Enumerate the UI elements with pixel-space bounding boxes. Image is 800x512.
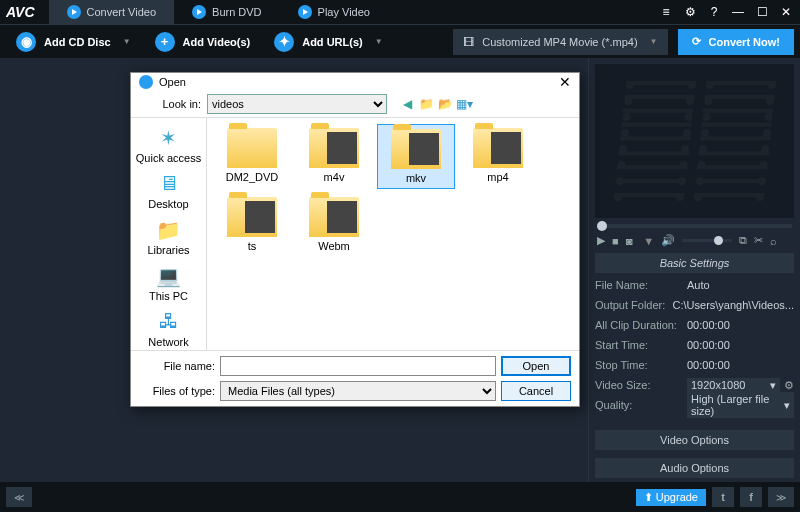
place-item[interactable]: 🖥Desktop [131, 170, 206, 212]
look-in-select[interactable]: videos [207, 94, 387, 114]
setting-label: Quality: [595, 399, 683, 411]
folder-item[interactable]: DM2_DVD [213, 124, 291, 189]
folder-item[interactable]: mp4 [459, 124, 537, 189]
setting-label: Output Folder: [595, 299, 669, 311]
facebook-icon[interactable]: f [740, 487, 762, 507]
audio-options-button[interactable]: Audio Options [595, 458, 794, 478]
folder-label: mp4 [487, 171, 508, 183]
open-button[interactable]: Open [501, 356, 571, 376]
output-profile-select[interactable]: 🎞Customized MP4 Movie (*.mp4)▼ [453, 29, 667, 55]
minimize-button[interactable]: — [730, 5, 746, 19]
folder-label: m4v [324, 171, 345, 183]
up-folder-icon[interactable]: 📁 [418, 96, 434, 112]
profile-label: Customized MP4 Movie (*.mp4) [482, 36, 637, 48]
app-icon [139, 75, 153, 89]
folder-icon [473, 128, 523, 168]
basic-settings: File Name:AutoOutput Folder:C:\Users\yan… [589, 273, 800, 417]
new-folder-icon[interactable]: 📂 [437, 96, 453, 112]
tab-label: Play Video [318, 6, 370, 18]
close-button[interactable]: ✕ [778, 5, 794, 19]
video-options-button[interactable]: Video Options [595, 430, 794, 450]
link-icon[interactable]: ⧉ [739, 234, 747, 247]
maximize-button[interactable]: ☐ [754, 5, 770, 19]
play-icon [298, 5, 312, 19]
title-bar: AVC Convert Video Burn DVD Play Video ≡ … [0, 0, 800, 24]
place-label: Libraries [147, 244, 189, 256]
app-logo: AVC [6, 4, 35, 20]
twitter-icon[interactable]: t [712, 487, 734, 507]
play-button[interactable]: ▶ [597, 234, 605, 247]
folder-item[interactable]: Webm [295, 193, 373, 256]
place-icon: 💻 [155, 264, 183, 288]
menu-icon[interactable]: ≡ [658, 5, 674, 19]
convert-now-button[interactable]: ⟳Convert Now! [678, 29, 795, 55]
file-list[interactable]: DM2_DVDm4vmkvmp4tsWebm [207, 118, 579, 350]
next-page-button[interactable]: ≫ [768, 487, 794, 507]
folder-icon [227, 128, 277, 168]
dialog-close-button[interactable]: ✕ [559, 74, 571, 90]
view-menu-icon[interactable]: ▦▾ [456, 96, 472, 112]
folder-icon [391, 129, 441, 169]
setting-value: C:\Users\yangh\Videos... [673, 299, 794, 311]
gear-icon[interactable]: ⚙ [784, 379, 794, 392]
footer-bar: ≪ ⬆Upgrade t f ≫ [0, 482, 800, 512]
gear-icon[interactable]: ⚙ [682, 5, 698, 19]
snapshot-button[interactable]: ◙ [626, 235, 633, 247]
upgrade-button[interactable]: ⬆Upgrade [636, 489, 706, 506]
setting-row: File Name:Auto [595, 275, 794, 295]
mode-tabs: Convert Video Burn DVD Play Video [49, 0, 388, 24]
button-label: Add CD Disc [44, 36, 111, 48]
folder-icon [227, 197, 277, 237]
setting-label: Stop Time: [595, 359, 683, 371]
help-icon[interactable]: ? [706, 5, 722, 19]
window-controls: ≡ ⚙ ? — ☐ ✕ [658, 5, 794, 19]
tab-convert-video[interactable]: Convert Video [49, 0, 175, 24]
button-label: Add Video(s) [183, 36, 251, 48]
button-label: Upgrade [656, 491, 698, 503]
place-item[interactable]: 💻This PC [131, 262, 206, 304]
place-item[interactable]: 🖧Network [131, 308, 206, 350]
place-icon: 🖧 [155, 310, 183, 334]
volume-icon[interactable]: 🔊 [661, 234, 675, 247]
filename-input[interactable] [220, 356, 496, 376]
chevron-down-icon[interactable]: ▼ [643, 235, 654, 247]
main-toolbar: ◉Add CD Disc▼ +Add Video(s) ✦Add URL(s)▼… [0, 24, 800, 58]
cut-icon[interactable]: ✂ [754, 234, 763, 247]
add-videos-button[interactable]: +Add Video(s) [145, 29, 261, 55]
look-in-row: Look in: videos ◀ 📁 📂 ▦▾ [131, 91, 579, 117]
stop-button[interactable]: ■ [612, 235, 619, 247]
look-in-label: Look in: [139, 98, 201, 110]
cancel-button[interactable]: Cancel [501, 381, 571, 401]
places-bar: ✶Quick access🖥Desktop📁Libraries💻This PC🖧… [131, 118, 207, 350]
folder-label: DM2_DVD [226, 171, 279, 183]
play-icon [67, 5, 81, 19]
place-item[interactable]: ✶Quick access [131, 124, 206, 166]
tab-label: Convert Video [87, 6, 157, 18]
folder-item[interactable]: m4v [295, 124, 373, 189]
setting-value: 00:00:00 [687, 319, 794, 331]
add-cd-disc-button[interactable]: ◉Add CD Disc▼ [6, 29, 141, 55]
place-item[interactable]: 📁Libraries [131, 216, 206, 258]
folder-item[interactable]: ts [213, 193, 291, 256]
seek-slider[interactable] [597, 224, 792, 228]
prev-page-button[interactable]: ≪ [6, 487, 32, 507]
expand-icon[interactable]: ⌕ [770, 235, 777, 247]
setting-row: All Clip Duration:00:00:00 [595, 315, 794, 335]
tab-play-video[interactable]: Play Video [280, 0, 388, 24]
basic-settings-heading: Basic Settings [595, 253, 794, 273]
place-label: Network [148, 336, 188, 348]
filetype-select[interactable]: Media Files (all types) [220, 381, 496, 401]
video-size-select[interactable]: 1920x1080▾ [687, 378, 780, 393]
volume-slider[interactable] [682, 239, 732, 242]
filmstrip-decoration [595, 64, 794, 218]
setting-row: Stop Time:00:00:00 [595, 355, 794, 375]
back-icon[interactable]: ◀ [399, 96, 415, 112]
tab-burn-dvd[interactable]: Burn DVD [174, 0, 280, 24]
quality-select[interactable]: High (Larger file size)▾ [687, 392, 794, 418]
setting-value: 00:00:00 [687, 359, 794, 371]
place-label: Desktop [148, 198, 188, 210]
add-urls-button[interactable]: ✦Add URL(s)▼ [264, 29, 392, 55]
setting-value: Auto [687, 279, 794, 291]
place-icon: ✶ [155, 126, 183, 150]
folder-item[interactable]: mkv [377, 124, 455, 189]
